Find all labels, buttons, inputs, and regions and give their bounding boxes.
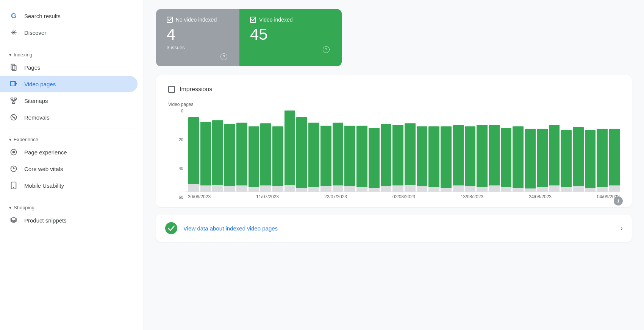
- bar-gray-33: [585, 188, 596, 191]
- bar-green-9: [296, 117, 307, 188]
- bar-gray-10: [308, 187, 319, 191]
- bar-group-8: [284, 109, 295, 191]
- bar-gray-26: [501, 187, 512, 191]
- bar-group-1: [200, 109, 211, 191]
- action-card[interactable]: View data about indexed video pages ›: [156, 215, 632, 242]
- bar-green-8: [284, 111, 295, 185]
- stat-card-no-video[interactable]: No video indexed 4 3 issues ?: [156, 9, 239, 66]
- bar-green-32: [573, 127, 584, 186]
- video-count: 45: [250, 26, 330, 43]
- sidebar-label-removals: Removals: [24, 114, 50, 121]
- bar-gray-11: [320, 186, 331, 191]
- bar-gray-5: [249, 187, 259, 191]
- bar-green-35: [609, 129, 620, 185]
- bar-gray-19: [417, 186, 428, 191]
- bar-green-4: [236, 123, 247, 185]
- layers-icon: [9, 216, 18, 225]
- bar-green-17: [392, 125, 403, 185]
- bar-gray-31: [561, 187, 572, 191]
- x-label-1: 30/06/2023: [188, 194, 211, 199]
- stat-card-video[interactable]: Video indexed 45 ?: [239, 9, 342, 66]
- bar-group-24: [477, 109, 488, 191]
- bar-group-35: [609, 109, 620, 191]
- experience-section: ▾ Experience: [0, 132, 144, 144]
- help-icon-no-video[interactable]: ?: [220, 53, 227, 60]
- sidebar-item-mobile-usability[interactable]: Mobile Usability: [0, 177, 138, 194]
- sidebar-item-video-pages[interactable]: Video pages: [0, 76, 138, 92]
- bar-group-30: [549, 109, 560, 191]
- bar-group-25: [489, 109, 500, 191]
- bar-group-13: [344, 109, 355, 191]
- bar-group-3: [224, 109, 235, 191]
- bar-chart: [185, 109, 620, 192]
- impressions-checkbox[interactable]: [168, 86, 175, 93]
- bar-group-20: [428, 109, 439, 191]
- chart-info-badge: 1: [614, 196, 623, 205]
- bar-gray-3: [224, 186, 235, 191]
- discover-icon: ✳: [9, 28, 18, 37]
- bar-group-32: [573, 109, 584, 191]
- sidebar-item-sitemaps[interactable]: Sitemaps: [0, 92, 138, 109]
- x-label-6: 24/08/2023: [529, 194, 552, 199]
- bar-gray-4: [236, 185, 247, 191]
- video-pages-icon: [9, 79, 18, 89]
- bar-green-28: [525, 129, 536, 188]
- bar-gray-14: [356, 187, 367, 191]
- stat-card-no-video-header: No video indexed: [167, 17, 227, 23]
- bar-group-23: [465, 109, 476, 191]
- bar-green-7: [272, 126, 283, 186]
- bar-gray-8: [284, 185, 295, 191]
- main-content: No video indexed 4 3 issues ? Video inde…: [144, 0, 644, 330]
- bar-gray-22: [453, 185, 464, 191]
- video-label: Video indexed: [259, 17, 292, 23]
- bar-gray-28: [525, 188, 536, 191]
- sidebar-item-pages[interactable]: Pages: [0, 59, 138, 76]
- bar-green-21: [441, 126, 452, 188]
- bar-green-1: [200, 122, 211, 185]
- bar-gray-21: [441, 188, 452, 191]
- bar-gray-9: [296, 188, 307, 191]
- bar-green-10: [308, 123, 319, 187]
- bar-green-34: [597, 129, 608, 187]
- bar-green-24: [477, 125, 488, 187]
- bar-group-21: [441, 109, 452, 191]
- help-icon-video[interactable]: ?: [323, 46, 330, 53]
- sidebar-item-product-snippets[interactable]: Product snippets: [0, 212, 138, 229]
- bar-group-29: [537, 109, 548, 191]
- bar-gray-12: [333, 185, 344, 191]
- bar-gray-16: [381, 186, 392, 191]
- impressions-row: Impressions: [168, 86, 620, 93]
- sidebar-label-mobile-usability: Mobile Usability: [24, 182, 64, 189]
- chart-wrapper: 60 40 20 0 1 30/06/2023 11/07/2023 22/07…: [185, 109, 620, 199]
- bar-gray-35: [609, 185, 620, 191]
- sidebar-label-sitemaps: Sitemaps: [24, 98, 48, 104]
- bar-group-16: [381, 109, 392, 191]
- bar-group-28: [525, 109, 536, 191]
- sidebar-item-discover[interactable]: ✳ Discover: [0, 24, 138, 41]
- sidebar-item-removals[interactable]: Removals: [0, 109, 138, 126]
- bar-group-12: [333, 109, 344, 191]
- bar-group-14: [356, 109, 367, 191]
- bar-gray-7: [272, 186, 283, 191]
- bar-gray-17: [392, 185, 403, 191]
- bar-gray-24: [477, 187, 488, 191]
- bar-gray-27: [513, 188, 524, 191]
- bar-group-18: [405, 109, 416, 191]
- pages-icon: [9, 63, 18, 72]
- no-video-label: No video indexed: [176, 17, 217, 23]
- bar-green-20: [428, 126, 439, 187]
- sidebar-item-search-results[interactable]: G Search results: [0, 8, 138, 24]
- chevron-down-icon-2: ▾: [9, 137, 11, 142]
- bar-gray-32: [573, 186, 584, 191]
- sidebar-item-core-web-vitals[interactable]: Core web vitals: [0, 160, 138, 177]
- bar-group-27: [513, 109, 524, 191]
- chart-y-label: Video pages: [168, 102, 620, 107]
- bar-group-34: [597, 109, 608, 191]
- sidebar-item-page-experience[interactable]: Page experience: [0, 144, 138, 160]
- bar-group-6: [260, 109, 271, 191]
- action-check-icon: [165, 222, 177, 234]
- bar-group-9: [296, 109, 307, 191]
- bar-group-7: [272, 109, 283, 191]
- bar-green-12: [333, 123, 344, 185]
- divider-2: [9, 129, 134, 129]
